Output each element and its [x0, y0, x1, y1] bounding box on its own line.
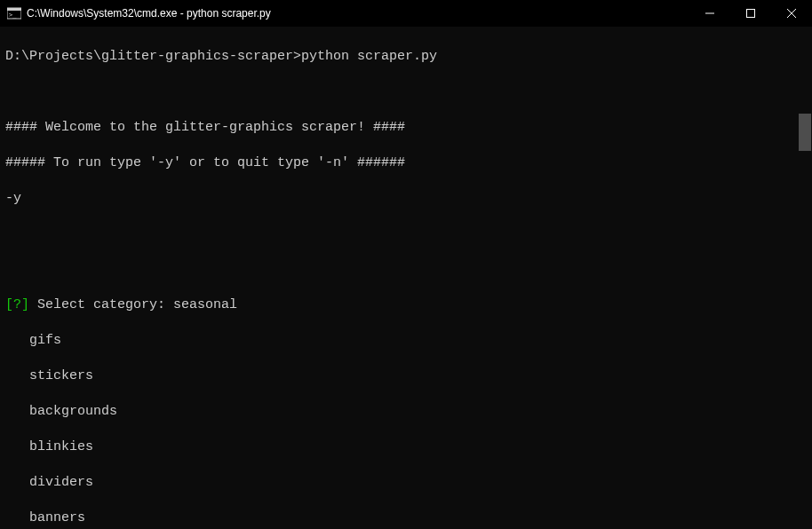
scrollbar-thumb[interactable]	[799, 114, 811, 151]
option-label: stickers	[29, 368, 93, 383]
option-label: backgrounds	[29, 404, 117, 419]
select-value: seasonal	[173, 297, 237, 312]
welcome-line-1: #### Welcome to the glitter-graphics scr…	[5, 119, 807, 137]
prompt-command: python scraper.py	[301, 49, 437, 64]
select-text: Select category:	[29, 297, 173, 312]
window-controls	[689, 0, 812, 27]
select-prefix: [?]	[5, 297, 29, 312]
select-prompt: [?] Select category: seasonal	[5, 296, 807, 314]
option-label: dividers	[29, 475, 93, 490]
select-option: banners	[5, 509, 807, 527]
window-title: C:\Windows\System32\cmd.exe - python scr…	[27, 7, 689, 20]
select-option: blinkies	[5, 438, 807, 456]
select-option: backgrounds	[5, 403, 807, 421]
blank-line	[5, 261, 807, 279]
maximize-button[interactable]	[730, 0, 771, 27]
window-titlebar: >_ C:\Windows\System32\cmd.exe - python …	[0, 0, 812, 27]
minimize-button[interactable]	[689, 0, 730, 27]
option-label: blinkies	[29, 439, 93, 454]
terminal-icon: >_	[7, 6, 21, 20]
option-label: banners	[29, 510, 85, 525]
select-option: dividers	[5, 474, 807, 492]
cmd-icon: >_	[7, 6, 21, 20]
select-option: stickers	[5, 367, 807, 385]
prompt-path: D:\Projects\glitter-graphics-scraper>	[5, 49, 301, 64]
prompt-line: D:\Projects\glitter-graphics-scraper>pyt…	[5, 48, 807, 66]
blank-line	[5, 83, 807, 101]
terminal-output[interactable]: D:\Projects\glitter-graphics-scraper>pyt…	[0, 27, 812, 529]
close-icon	[787, 9, 796, 18]
maximize-icon	[746, 9, 755, 18]
option-label: gifs	[29, 333, 61, 348]
svg-text:>_: >_	[9, 12, 17, 19]
close-button[interactable]	[771, 0, 812, 27]
user-input: -y	[5, 190, 807, 208]
minimize-icon	[705, 9, 714, 18]
svg-rect-1	[7, 8, 21, 11]
select-option: gifs	[5, 332, 807, 350]
blank-line	[5, 225, 807, 243]
vertical-scrollbar[interactable]	[798, 27, 812, 529]
svg-rect-4	[747, 10, 755, 18]
welcome-line-2: ##### To run type '-y' or to quit type '…	[5, 154, 807, 172]
